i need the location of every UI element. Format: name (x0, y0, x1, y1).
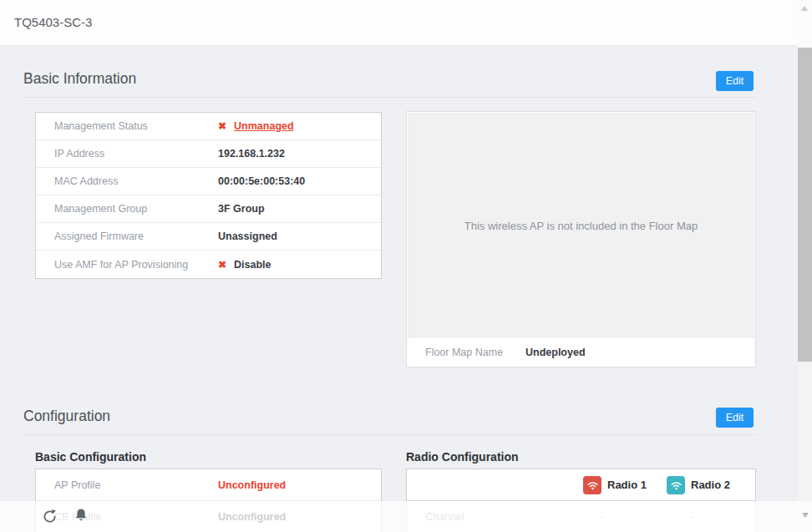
scrollbar-thumb[interactable] (798, 48, 812, 362)
basic-configuration-subheading: Basic Configuration (35, 450, 146, 464)
row-value: Unconfigured (218, 479, 286, 491)
table-row: Use AMF for AP Provisioning ✖ Disable (36, 251, 381, 278)
section-divider (23, 97, 756, 98)
floor-map-footer: Floor Map Name Undeployed (407, 338, 755, 367)
table-row: IP Address 192.168.1.232 (36, 140, 381, 168)
unmanaged-link[interactable]: Unmanaged (234, 120, 294, 132)
refresh-icon (41, 508, 58, 525)
row-label: Use AMF for AP Provisioning (54, 259, 188, 271)
scrollbar-down-arrow-icon[interactable] (802, 513, 809, 518)
radio2-column-label: Radio 2 (691, 479, 730, 491)
footer-bar (0, 501, 812, 532)
edit-configuration-button[interactable]: Edit (716, 408, 754, 428)
radio1-wifi-icon (583, 476, 601, 494)
management-group-value: 3F Group (218, 203, 265, 215)
table-row: Assigned Firmware Unassigned (36, 223, 381, 251)
row-value: ✖ Unmanaged (218, 120, 294, 132)
floor-map-name-value: Undeployed (525, 347, 586, 358)
ap-detail-page: TQ5403-SC-3 Basic Information Edit Manag… (0, 0, 812, 532)
floor-map-card: This wireless AP is not included in the … (406, 111, 756, 367)
table-row: Management Group 3F Group (36, 195, 381, 223)
configuration-heading: Configuration (23, 408, 110, 425)
row-value: 192.168.1.232 (218, 148, 285, 160)
table-row: Management Status ✖ Unmanaged (36, 113, 381, 140)
floor-map-placeholder: This wireless AP is not included in the … (408, 113, 754, 338)
row-label: Management Group (54, 203, 147, 215)
table-row: MAC Address 00:00:5e:00:53:40 (36, 168, 381, 195)
ap-profile-value: Unconfigured (218, 479, 286, 491)
basic-info-table: Management Status ✖ Unmanaged IP Address… (35, 112, 382, 279)
radio1-column-label: Radio 1 (607, 479, 647, 491)
bell-icon (73, 507, 89, 524)
scrollbar[interactable] (798, 0, 812, 532)
row-value: 00:00:5e:00:53:40 (218, 175, 305, 187)
refresh-button[interactable] (40, 508, 58, 526)
row-value: Unassigned (218, 231, 277, 242)
section-divider (23, 434, 756, 435)
radio-table-header-row: Radio 1 Radio 2 (407, 469, 755, 501)
page-header: TQ5403-SC-3 (0, 0, 812, 46)
row-label: IP Address (54, 148, 104, 160)
page-title: TQ5403-SC-3 (14, 15, 92, 29)
mac-address-value: 00:00:5e:00:53:40 (218, 175, 305, 187)
amf-provisioning-value: Disable (234, 259, 271, 271)
row-value: ✖ Disable (218, 259, 272, 271)
notifications-button[interactable] (72, 507, 90, 525)
row-label: AP Profile (54, 479, 100, 491)
x-mark-icon: ✖ (218, 120, 226, 132)
assigned-firmware-value: Unassigned (218, 231, 277, 242)
floor-map-placeholder-text: This wireless AP is not included in the … (464, 220, 698, 232)
row-label: Assigned Firmware (54, 231, 144, 242)
ip-address-value: 192.168.1.232 (218, 148, 285, 160)
radio2-wifi-icon (667, 476, 685, 494)
row-label: MAC Address (54, 175, 118, 187)
x-mark-icon: ✖ (218, 259, 226, 271)
floor-map-name-label: Floor Map Name (425, 347, 503, 358)
scrollbar-up-arrow-icon[interactable] (801, 6, 808, 11)
radio-configuration-subheading: Radio Configuration (406, 450, 519, 464)
table-row: AP Profile Unconfigured (36, 469, 381, 501)
edit-basic-information-button[interactable]: Edit (716, 71, 754, 91)
basic-information-heading: Basic Information (23, 70, 136, 88)
row-value: 3F Group (218, 203, 265, 215)
row-label: Management Status (54, 120, 148, 132)
